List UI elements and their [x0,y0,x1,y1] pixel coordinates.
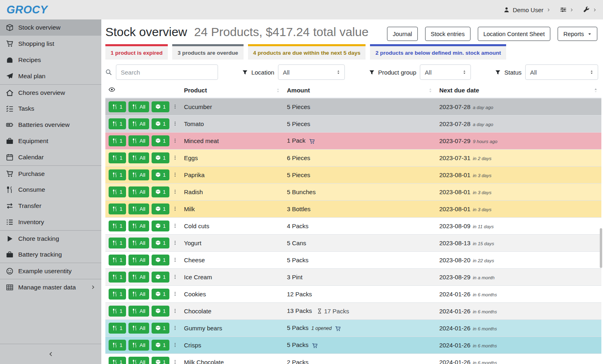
product-name[interactable]: Eggs [184,154,198,161]
consume-all-button[interactable]: All [128,272,149,283]
settings-menu[interactable] [560,6,573,13]
sidebar-item-manage-master-data[interactable]: Manage master data [0,279,101,295]
consume-all-button[interactable]: All [128,118,149,129]
open-one-button[interactable]: 1 [152,323,169,334]
admin-menu[interactable] [583,6,597,13]
consume-all-button[interactable]: All [128,255,149,266]
location-select[interactable]: All [278,64,345,80]
product-name[interactable]: Cucumber [184,103,212,110]
row-menu-button[interactable] [173,255,177,264]
open-one-button[interactable]: 1 [152,340,169,351]
consume-one-button[interactable]: 1 [109,238,126,248]
open-one-button[interactable]: 1 [152,169,169,180]
row-menu-button[interactable] [173,170,177,179]
consume-all-button[interactable]: All [128,340,149,351]
scrollbar-thumb[interactable] [600,228,602,268]
row-menu-button[interactable] [173,238,177,247]
consume-one-button[interactable]: 1 [109,221,126,231]
journal-button[interactable]: Journal [387,27,418,41]
product-name[interactable]: Cheese [184,257,205,263]
consume-one-button[interactable]: 1 [109,272,126,283]
product-name[interactable]: Yogurt [184,240,201,246]
open-one-button[interactable]: 1 [152,255,169,266]
consume-one-button[interactable]: 1 [109,357,126,364]
consume-all-button[interactable]: All [128,169,149,180]
consume-all-button[interactable]: All [128,323,149,334]
open-one-button[interactable]: 1 [152,118,169,129]
sidebar-item-shopping-list[interactable]: Shopping list [0,36,101,52]
sidebar-collapse-button[interactable] [0,344,101,364]
row-menu-button[interactable] [173,153,177,162]
consume-one-button[interactable]: 1 [109,340,126,351]
consume-one-button[interactable]: 1 [109,255,126,266]
product-name[interactable]: Radish [184,188,203,195]
row-menu-button[interactable] [173,136,177,145]
sidebar-item-equipment[interactable]: Equipment [0,133,101,149]
product-name[interactable]: Milk Chocolate [184,359,224,364]
sidebar-item-inventory[interactable]: Inventory [0,214,101,230]
sidebar-item-meal-plan[interactable]: Meal plan [0,68,101,84]
row-menu-button[interactable] [173,340,177,349]
column-header-amount[interactable]: Amount [284,84,436,98]
product-group-select[interactable]: All [420,64,471,80]
open-one-button[interactable]: 1 [152,306,169,317]
sidebar-item-calendar[interactable]: Calendar [0,149,101,165]
open-one-button[interactable]: 1 [152,272,169,283]
stock-entries-button[interactable]: Stock entries [425,27,470,41]
product-name[interactable]: Paprika [184,171,205,178]
status-banner[interactable]: 2 products are below defined min. stock … [370,44,506,60]
product-name[interactable]: Tomato [184,120,204,127]
consume-all-button[interactable]: All [128,135,149,146]
sidebar-item-chore-tracking[interactable]: Chore tracking [0,230,101,246]
sidebar-item-stock-overview[interactable]: Stock overview [0,19,101,36]
user-menu[interactable]: Demo User [504,6,550,13]
row-menu-button[interactable] [173,306,177,315]
sidebar-item-tasks[interactable]: Tasks [0,101,101,117]
consume-one-button[interactable]: 1 [109,152,126,163]
sidebar-item-recipes[interactable]: Recipes [0,52,101,68]
product-name[interactable]: Ice Cream [184,274,212,280]
consume-one-button[interactable]: 1 [109,289,126,300]
consume-one-button[interactable]: 1 [109,135,126,146]
open-one-button[interactable]: 1 [152,221,169,231]
product-name[interactable]: Cookies [184,291,206,298]
search-input[interactable] [116,64,218,80]
row-menu-button[interactable] [173,289,177,298]
column-header-product[interactable]: Product [181,84,284,98]
status-select[interactable]: All [525,64,598,80]
column-header-next-due-date[interactable]: Next due date [436,84,601,98]
sidebar-item-example-userentity[interactable]: Example userentity [0,263,101,279]
product-name[interactable]: Chocolate [184,308,212,315]
product-name[interactable]: Cold cuts [184,223,210,229]
open-one-button[interactable]: 1 [152,152,169,163]
product-name[interactable]: Milk [184,206,195,212]
sidebar-item-batteries-overview[interactable]: Batteries overview [0,117,101,133]
consume-one-button[interactable]: 1 [109,323,126,334]
open-one-button[interactable]: 1 [152,186,169,197]
consume-all-button[interactable]: All [128,203,149,214]
eye-icon[interactable] [109,86,115,93]
consume-all-button[interactable]: All [128,152,149,163]
status-banner[interactable]: 4 products are due within the next 5 day… [248,44,366,60]
consume-all-button[interactable]: All [128,221,149,231]
consume-all-button[interactable]: All [128,306,149,317]
consume-one-button[interactable]: 1 [109,186,126,197]
product-name[interactable]: Minced meat [184,137,219,144]
consume-one-button[interactable]: 1 [109,306,126,317]
open-one-button[interactable]: 1 [152,289,169,300]
consume-all-button[interactable]: All [128,289,149,300]
sidebar-item-battery-tracking[interactable]: Battery tracking [0,246,101,263]
row-menu-button[interactable] [173,221,177,230]
open-one-button[interactable]: 1 [152,101,169,112]
open-one-button[interactable]: 1 [152,238,169,248]
consume-all-button[interactable]: All [128,357,149,364]
row-menu-button[interactable] [173,272,177,281]
sidebar-item-transfer[interactable]: Transfer [0,198,101,214]
product-name[interactable]: Crisps [184,342,201,349]
open-one-button[interactable]: 1 [152,203,169,214]
row-menu-button[interactable] [173,358,177,364]
sidebar-item-consume[interactable]: Consume [0,182,101,198]
consume-one-button[interactable]: 1 [109,118,126,129]
location-content-sheet-button[interactable]: Location Content Sheet [478,27,551,41]
row-menu-button[interactable] [173,187,177,196]
